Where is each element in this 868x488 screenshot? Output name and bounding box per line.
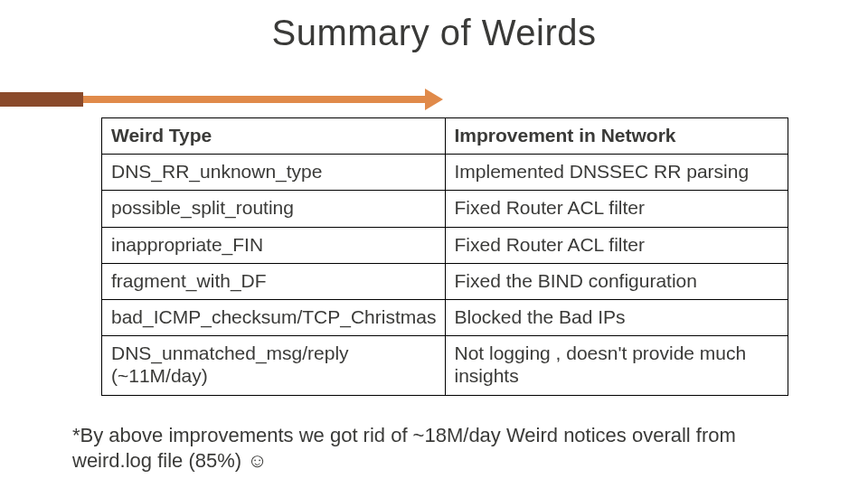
cell-improvement: Implemented DNSSEC RR parsing	[445, 155, 788, 191]
summary-table: Weird Type Improvement in Network DNS_RR…	[101, 117, 788, 396]
col-header-improvement: Improvement in Network	[445, 118, 788, 155]
table-header-row: Weird Type Improvement in Network	[102, 118, 788, 155]
table-row: DNS_unmatched_msg/reply (~11M/day) Not l…	[102, 336, 788, 395]
table-row: fragment_with_DF Fixed the BIND configur…	[102, 263, 788, 299]
col-header-weird-type: Weird Type	[102, 118, 446, 155]
cell-weird-type: possible_split_routing	[102, 191, 446, 227]
cell-weird-type: inappropriate_FIN	[102, 227, 446, 263]
cell-improvement: Not logging , doesn't provide much insig…	[445, 336, 788, 395]
page-title: Summary of Weirds	[0, 13, 868, 53]
table-row: inappropriate_FIN Fixed Router ACL filte…	[102, 227, 788, 263]
arrow-body-icon	[83, 96, 425, 103]
arrow-head-icon	[425, 89, 443, 110]
table-row: possible_split_routing Fixed Router ACL …	[102, 191, 788, 227]
title-underline	[0, 87, 452, 112]
slide: Summary of Weirds Weird Type Improvement…	[0, 13, 868, 488]
table-row: bad_ICMP_checksum/TCP_Christmas Blocked …	[102, 299, 788, 335]
cell-weird-type: DNS_unmatched_msg/reply (~11M/day)	[102, 336, 446, 395]
cell-weird-type: DNS_RR_unknown_type	[102, 155, 446, 191]
cell-improvement: Fixed Router ACL filter	[445, 191, 788, 227]
cell-weird-type: fragment_with_DF	[102, 263, 446, 299]
table-row: DNS_RR_unknown_type Implemented DNSSEC R…	[102, 155, 788, 191]
accent-bar-icon	[0, 92, 83, 107]
cell-improvement: Fixed the BIND configuration	[445, 263, 788, 299]
footnote-text: *By above improvements we got rid of ~18…	[72, 423, 796, 473]
weird-table: Weird Type Improvement in Network DNS_RR…	[101, 117, 788, 396]
cell-improvement: Blocked the Bad IPs	[445, 299, 788, 335]
cell-weird-type: bad_ICMP_checksum/TCP_Christmas	[102, 299, 446, 335]
cell-improvement: Fixed Router ACL filter	[445, 227, 788, 263]
